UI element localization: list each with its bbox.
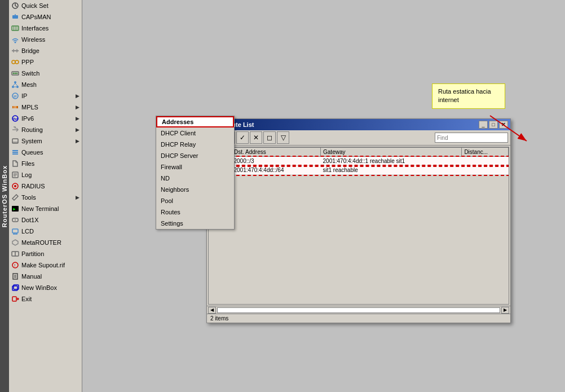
- sidebar-item-manual[interactable]: Manual: [9, 271, 82, 282]
- callout-text: Ruta estatica hacia internet: [438, 88, 491, 103]
- submenu-item-dhcp-relay[interactable]: DHCP Relay: [156, 139, 234, 150]
- routing-arrow-icon: ▶: [76, 127, 80, 133]
- col-gateway[interactable]: Gateway: [321, 148, 462, 157]
- submenu-item-dhcp-server[interactable]: DHCP Server: [156, 150, 234, 161]
- sidebar-item-wireless[interactable]: Wireless: [9, 34, 82, 45]
- sidebar-item-lcd[interactable]: LCD: [9, 226, 82, 237]
- ppp-label: PPP: [21, 59, 34, 65]
- sidebar-item-interfaces[interactable]: Interfaces: [9, 23, 82, 34]
- submenu-item-addresses[interactable]: Addresses: [156, 116, 234, 127]
- routes-label: Routes: [161, 209, 180, 215]
- svg-point-20: [12, 86, 14, 88]
- sidebar-item-queues[interactable]: Queues: [9, 147, 82, 158]
- check-button[interactable]: ✓: [236, 131, 249, 144]
- nd-label: ND: [161, 175, 170, 182]
- lcd-icon: [11, 227, 19, 235]
- minimize-button[interactable]: _: [479, 121, 488, 129]
- make-supout-icon: !: [11, 261, 19, 269]
- routing-label: Routing: [21, 126, 43, 133]
- sidebar-item-radius[interactable]: RADIUS: [9, 180, 82, 192]
- sidebar-item-switch[interactable]: Switch: [9, 68, 82, 79]
- submenu-item-nd[interactable]: ND: [156, 173, 234, 184]
- dot1x-icon: [11, 216, 19, 224]
- sidebar-item-mesh[interactable]: Mesh: [9, 79, 82, 90]
- queues-icon: [11, 148, 19, 156]
- switch-icon: [11, 69, 19, 77]
- log-icon: [11, 171, 19, 179]
- submenu-item-routes[interactable]: Routes: [156, 206, 234, 218]
- sidebar-item-ppp[interactable]: PPP: [9, 56, 82, 68]
- sidebar-item-capsman[interactable]: CAPsMAN: [9, 11, 82, 23]
- interfaces-icon: [11, 24, 19, 32]
- sidebar-item-routing[interactable]: Routing ▶: [9, 124, 82, 135]
- svg-point-17: [15, 73, 16, 74]
- svg-point-21: [16, 86, 19, 88]
- sidebar-item-quick-set[interactable]: Quick Set: [9, 0, 82, 11]
- sidebar-item-metarouter[interactable]: MetaROUTER: [9, 237, 82, 248]
- sidebar-item-bridge[interactable]: Bridge: [9, 45, 82, 56]
- sidebar-item-make-supout[interactable]: ! Make Supout.rif: [9, 259, 82, 271]
- submenu-item-dhcp-client[interactable]: DHCP Client: [156, 127, 234, 139]
- table-row[interactable]: DAC ▶ 2001:470:4:4dd::/64 sit1 reachable: [209, 166, 509, 175]
- system-arrow-icon: ▶: [76, 138, 80, 144]
- sidebar-item-new-terminal[interactable]: ► New Terminal: [9, 203, 82, 214]
- make-supout-label: Make Supout.rif: [21, 262, 65, 268]
- ipv6-submenu: Addresses DHCP Client DHCP Relay DHCP Se…: [156, 116, 235, 230]
- sidebar-item-system[interactable]: System ▶: [9, 135, 82, 147]
- table-row[interactable]: AS ▶ 2000::/3 2001:470:4:4dd::1 reachabl…: [209, 157, 509, 166]
- sidebar-item-files[interactable]: Files: [9, 158, 82, 169]
- manual-label: Manual: [21, 273, 42, 280]
- ppp-icon: [11, 58, 19, 66]
- ip-arrow-icon: ▶: [76, 93, 80, 99]
- sidebar-item-partition[interactable]: Partition: [9, 248, 82, 259]
- svg-point-46: [14, 185, 16, 187]
- system-label: System: [21, 138, 42, 144]
- row2-dst: 2001:470:4:4dd::/64: [232, 166, 321, 175]
- cross-button[interactable]: ✕: [250, 131, 262, 144]
- switch-label: Switch: [21, 70, 39, 77]
- scroll-left-button[interactable]: ◀: [208, 307, 216, 314]
- sidebar-item-mpls[interactable]: MPLS ▶: [9, 102, 82, 113]
- sidebar-item-ip[interactable]: IP IP ▶: [9, 90, 82, 102]
- submenu-item-pool[interactable]: Pool: [156, 195, 234, 206]
- svg-text:►: ►: [12, 207, 16, 211]
- scroll-track[interactable]: [217, 307, 500, 313]
- addresses-label: Addresses: [162, 118, 193, 125]
- sidebar-item-exit[interactable]: Exit: [9, 293, 82, 305]
- radius-icon: [11, 182, 19, 190]
- tools-label: Tools: [21, 194, 36, 201]
- svg-marker-55: [12, 240, 18, 245]
- mpls-arrow-icon: ▶: [76, 104, 80, 110]
- svg-rect-51: [12, 229, 18, 233]
- sidebar-item-log[interactable]: Log: [9, 169, 82, 180]
- submenu-item-firewall[interactable]: Firewall: [156, 161, 234, 173]
- scroll-right-button[interactable]: ▶: [501, 307, 509, 314]
- filter-button[interactable]: ▽: [277, 131, 289, 144]
- exit-icon: [11, 295, 19, 303]
- sidebar-item-dot1x[interactable]: Dot1X: [9, 214, 82, 226]
- sidebar-item-tools[interactable]: Tools ▶: [9, 192, 82, 203]
- new-winbox-icon: [11, 284, 19, 292]
- svg-line-23: [15, 83, 17, 86]
- svg-point-16: [13, 73, 15, 74]
- submenu-item-settings[interactable]: Settings: [156, 218, 234, 229]
- sidebar: Quick Set CAPsMAN Interfaces Wireless Br…: [9, 0, 82, 392]
- copy-button[interactable]: ◻: [263, 131, 276, 144]
- ip-label: IP: [21, 93, 27, 99]
- bridge-label: Bridge: [21, 47, 39, 54]
- col-dst[interactable]: Dst. Address: [232, 148, 321, 157]
- submenu-item-neighbors[interactable]: Neighbors: [156, 184, 234, 195]
- svg-text:IP: IP: [14, 95, 17, 98]
- tools-arrow-icon: ▶: [76, 195, 80, 200]
- sidebar-item-ipv6[interactable]: IPv6 IPv6 ▶: [9, 113, 82, 124]
- partition-icon: [11, 250, 19, 258]
- firewall-label: Firewall: [161, 164, 182, 170]
- svg-text:IPv6: IPv6: [12, 117, 19, 121]
- status-items-count: 2 items: [210, 315, 228, 321]
- window-toolbar: + − ✓ ✕ ◻ ▽: [207, 130, 510, 146]
- new-terminal-label: New Terminal: [21, 205, 59, 212]
- svg-rect-37: [12, 152, 18, 153]
- sidebar-item-new-winbox[interactable]: New WinBox: [9, 282, 82, 293]
- neighbors-label: Neighbors: [161, 186, 189, 193]
- col-distance[interactable]: Distanc...: [462, 148, 509, 157]
